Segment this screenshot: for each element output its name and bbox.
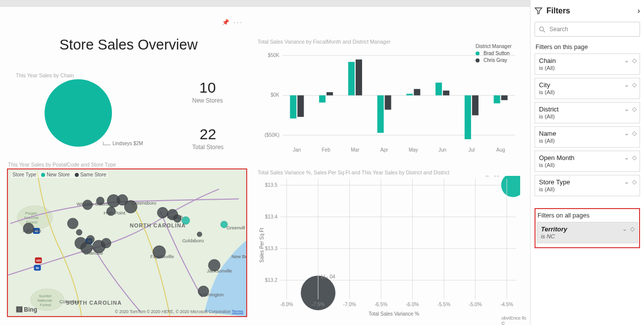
chevron-down-icon[interactable]: ⌄ — [624, 178, 629, 185]
pin-icon[interactable]: 📌 — [222, 19, 229, 26]
svg-point-41 — [87, 235, 95, 243]
svg-text:$13.3: $13.3 — [265, 246, 277, 251]
svg-text:Jan: Jan — [293, 147, 301, 153]
donut-legend: Lindseys $2M — [103, 141, 143, 146]
svg-text:Feb: Feb — [322, 147, 331, 153]
map-caption: This Year Sales by PostalCode and Store … — [8, 162, 116, 167]
svg-text:$13.4: $13.4 — [265, 214, 277, 219]
filter-card-territory[interactable]: Territoryis NC⌄◇ — [537, 222, 638, 243]
eraser-icon[interactable]: ◇ — [632, 130, 637, 137]
chevron-down-icon[interactable]: ⌄ — [624, 130, 629, 137]
filters-all-section: Filters on all pages — [537, 212, 638, 219]
filter-card-district[interactable]: Districtis (All)⌄◇ — [535, 102, 640, 123]
svg-text:May: May — [409, 147, 418, 153]
svg-point-47 — [157, 207, 168, 218]
collapse-filters-icon[interactable]: › — [638, 6, 640, 15]
svg-text:$13.2: $13.2 — [265, 277, 277, 283]
obvience-credit: obviEnce llc © — [501, 315, 530, 325]
filters-header: Filters › — [535, 0, 640, 22]
svg-point-115 — [539, 27, 543, 31]
svg-rect-64 — [326, 92, 333, 95]
map-terms-link[interactable]: Terms — [232, 309, 243, 314]
kpi-new-stores[interactable]: 10 New Stores — [192, 79, 223, 104]
filter-card-open-month[interactable]: Open Monthis (All)⌄◇ — [535, 151, 640, 172]
svg-rect-71 — [435, 83, 442, 96]
filter-value: is NC — [541, 233, 634, 239]
filter-value: is (All) — [539, 89, 636, 95]
filter-card-name[interactable]: Nameis (All)⌄◇ — [535, 126, 640, 148]
svg-point-34 — [83, 200, 93, 210]
svg-point-35 — [97, 197, 105, 205]
svg-text:-4.5%: -4.5% — [500, 302, 513, 307]
search-placeholder: Search — [549, 26, 568, 33]
svg-text:-8.0%: -8.0% — [280, 302, 293, 307]
svg-point-32 — [23, 223, 34, 234]
filter-value: is (All) — [539, 113, 636, 119]
filter-name: Open Month — [539, 154, 636, 162]
chevron-down-icon[interactable]: ⌄ — [624, 106, 629, 112]
filter-name: District — [539, 106, 636, 113]
svg-text:185: 185 — [36, 259, 42, 262]
svg-point-46 — [153, 246, 166, 259]
filter-card-chain[interactable]: Chainis (All)⌄◇ — [535, 54, 640, 75]
kpi-label: Total Stores — [192, 144, 223, 151]
map-svg: Pisgah National Forest Sumter National F… — [8, 169, 246, 317]
eraser-icon[interactable]: ◇ — [630, 225, 635, 232]
svg-rect-62 — [297, 95, 304, 116]
bar-chart[interactable]: ($50K)$0K$50K JanFebMarAprMayJunJulAug — [258, 47, 520, 156]
svg-text:Sumter: Sumter — [39, 294, 52, 298]
svg-text:Apr: Apr — [380, 147, 388, 153]
svg-point-52 — [220, 221, 227, 228]
donut-slice — [45, 79, 112, 147]
svg-text:Columbia: Columbia — [59, 299, 80, 304]
svg-text:Sales Per Sq Ft: Sales Per Sq Ft — [259, 228, 265, 263]
eraser-icon[interactable]: ◇ — [632, 106, 637, 112]
eraser-icon[interactable]: ◇ — [632, 178, 637, 185]
svg-text:New Ber: New Ber — [231, 254, 246, 259]
svg-text:-5.0%: -5.0% — [469, 302, 482, 307]
kpi-total-stores[interactable]: 22 Total Stores — [192, 126, 223, 151]
svg-rect-69 — [406, 94, 413, 95]
eraser-icon[interactable]: ◇ — [632, 81, 637, 88]
eraser-icon[interactable]: ◇ — [632, 154, 637, 161]
svg-rect-72 — [443, 91, 449, 96]
more-options-icon[interactable]: · · · — [233, 19, 242, 26]
search-icon — [539, 26, 545, 33]
map-legend-title: Store Type — [12, 172, 36, 177]
svg-text:LI - 03: LI - 03 — [485, 176, 500, 177]
svg-text:85: 85 — [36, 267, 39, 270]
map-credit: © 2020 TomTom © 2020 HERE, © 2020 Micros… — [115, 309, 243, 314]
filter-card-store-type[interactable]: Store Typeis (All)⌄◇ — [535, 175, 640, 196]
chevron-down-icon[interactable]: ⌄ — [624, 154, 629, 161]
svg-point-53 — [209, 259, 220, 271]
svg-rect-67 — [377, 95, 384, 133]
chevron-down-icon[interactable]: ⌄ — [624, 81, 629, 88]
svg-point-54 — [198, 286, 209, 297]
svg-point-49 — [173, 215, 181, 222]
svg-point-45 — [76, 229, 82, 235]
scatter-chart[interactable]: $13.2$13.3$13.4$13.5 LI - 04LI - 03 -8.0… — [258, 176, 520, 317]
filter-value: is (All) — [539, 162, 636, 168]
filter-value: is (All) — [539, 186, 636, 192]
svg-text:Aug: Aug — [496, 147, 505, 153]
donut-chart[interactable] — [45, 79, 112, 147]
map-legend: Store Type New Store Same Store — [11, 171, 108, 178]
svg-point-36 — [107, 207, 115, 216]
donut-caption: This Year Sales by Chain — [16, 72, 74, 78]
eraser-icon[interactable]: ◇ — [632, 57, 637, 64]
svg-rect-66 — [356, 59, 362, 95]
svg-text:Mar: Mar — [351, 147, 360, 153]
filter-search[interactable]: Search — [535, 22, 640, 37]
svg-point-33 — [67, 218, 78, 229]
chevron-down-icon[interactable]: ⌄ — [624, 57, 629, 64]
chevron-down-icon[interactable]: ⌄ — [622, 225, 627, 232]
svg-rect-63 — [319, 95, 325, 102]
filter-value: is (All) — [539, 138, 636, 144]
svg-point-51 — [197, 232, 202, 237]
svg-rect-76 — [501, 95, 508, 100]
svg-rect-74 — [472, 95, 479, 115]
filter-card-city[interactable]: Cityis (All)⌄◇ — [535, 78, 640, 99]
map-visual[interactable]: Pisgah National Forest Sumter National F… — [7, 168, 247, 317]
filters-all-highlight: Filters on all pages Territoryis NC⌄◇ — [535, 208, 640, 248]
svg-rect-61 — [290, 95, 296, 118]
